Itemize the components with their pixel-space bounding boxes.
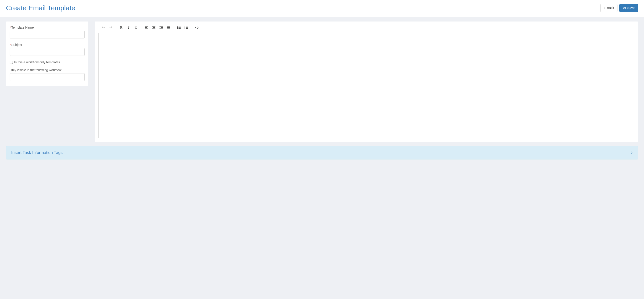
align-justify-icon <box>166 26 170 29</box>
save-icon <box>623 6 626 10</box>
workflow-only-checkbox[interactable] <box>10 60 13 64</box>
align-center-icon <box>152 26 156 29</box>
undo-icon <box>102 26 105 30</box>
editor-toolbar: B I U <box>98 24 634 33</box>
required-star-icon: * <box>10 26 11 29</box>
subject-input[interactable] <box>10 48 85 56</box>
undo-button[interactable] <box>100 25 107 31</box>
subject-group: *Subject <box>10 43 85 56</box>
svg-rect-0 <box>624 7 624 8</box>
bullet-list-button[interactable] <box>175 25 183 31</box>
save-button-label: Save <box>627 6 634 10</box>
underline-icon: U <box>135 26 137 30</box>
visible-workflow-input[interactable] <box>10 73 85 81</box>
redo-button[interactable] <box>107 25 114 31</box>
workflow-only-row[interactable]: Is this a workflow only template? <box>10 60 85 64</box>
numbered-list-button[interactable]: 123 <box>183 25 190 31</box>
template-name-label: *Template Name <box>10 26 85 29</box>
bullet-list-icon <box>177 26 181 29</box>
align-left-icon <box>145 26 148 29</box>
visible-workflow-group: Only visible in the following workflow: <box>10 68 85 81</box>
underline-button[interactable]: U <box>132 25 140 31</box>
svg-text:3: 3 <box>184 28 185 29</box>
caret-left-icon <box>604 7 606 9</box>
source-code-button[interactable] <box>193 25 200 31</box>
insert-tags-title: Insert Task Information Tags <box>11 150 62 155</box>
svg-rect-1 <box>624 8 625 9</box>
back-button-label: Back <box>607 6 614 10</box>
subject-label: *Subject <box>10 43 85 47</box>
header-actions: Back Save <box>600 4 638 12</box>
page-title: Create Email Template <box>6 4 75 12</box>
content-area: *Template Name *Subject Is this a workfl… <box>0 18 644 146</box>
editor-content-area[interactable] <box>98 33 634 138</box>
template-name-group: *Template Name <box>10 26 85 38</box>
header-bar: Create Email Template Back Save <box>0 0 644 18</box>
align-left-button[interactable] <box>143 25 150 31</box>
align-right-icon <box>159 26 163 29</box>
template-settings-panel: *Template Name *Subject Is this a workfl… <box>6 22 88 86</box>
chevron-right-icon <box>630 151 633 154</box>
align-right-button[interactable] <box>158 25 165 31</box>
required-star-icon: * <box>10 43 11 47</box>
italic-button[interactable]: I <box>125 25 132 31</box>
align-justify-button[interactable] <box>165 25 172 31</box>
svg-point-20 <box>177 28 178 28</box>
accordion-section: Insert Task Information Tags <box>0 146 644 164</box>
save-button[interactable]: Save <box>619 4 638 12</box>
insert-tags-accordion[interactable]: Insert Task Information Tags <box>6 146 638 160</box>
bold-button[interactable]: B <box>118 25 125 31</box>
redo-icon <box>109 26 112 30</box>
italic-icon: I <box>128 26 129 30</box>
template-name-input[interactable] <box>10 31 85 38</box>
visible-workflow-label: Only visible in the following workflow: <box>10 68 85 72</box>
numbered-list-icon: 123 <box>184 26 188 29</box>
back-button[interactable]: Back <box>600 4 618 12</box>
workflow-only-label: Is this a workflow only template? <box>14 60 60 64</box>
editor-panel: B I U <box>95 22 638 142</box>
svg-point-19 <box>177 28 178 28</box>
align-center-button[interactable] <box>150 25 158 31</box>
bold-icon: B <box>120 26 123 30</box>
svg-point-18 <box>177 26 178 27</box>
code-icon <box>195 26 199 29</box>
